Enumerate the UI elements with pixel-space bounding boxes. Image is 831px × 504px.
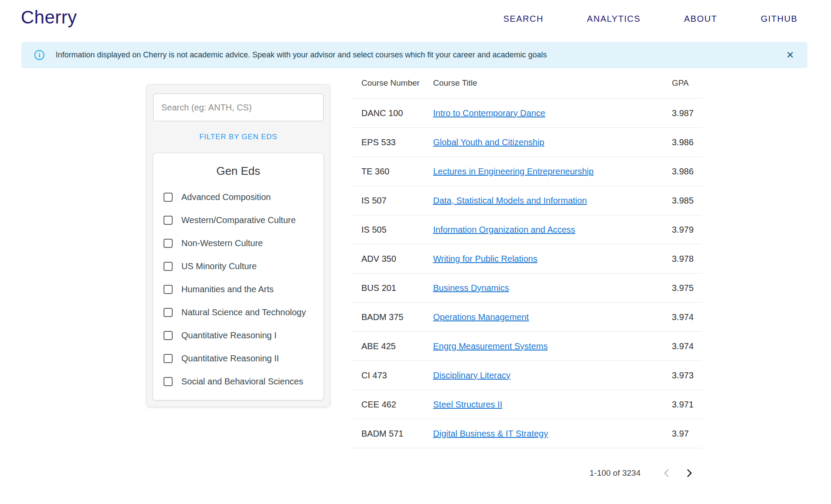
course-gpa-cell: 3.973 [672, 370, 702, 381]
close-icon: ✕ [786, 50, 794, 61]
course-number-cell: IS 507 [361, 196, 433, 206]
course-title-link[interactable]: Writing for Public Relations [433, 254, 537, 264]
course-gpa-cell: 3.985 [672, 196, 702, 206]
table-row: BUS 201 Business Dynamics 3.975 [351, 274, 702, 303]
gen-ed-option[interactable]: Western/Comparative Culture [153, 209, 324, 232]
info-icon: i [34, 50, 44, 60]
course-number-cell: BADM 571 [361, 429, 433, 439]
gen-eds-title: Gen Eds [153, 164, 324, 178]
pagination-range-label: 1-100 of 3234 [590, 468, 641, 478]
table-row: ADV 350 Writing for Public Relations 3.9… [351, 244, 702, 274]
checkbox-icon[interactable] [164, 262, 173, 271]
chevron-right-icon [684, 467, 695, 479]
gen-ed-option[interactable]: Advanced Composition [153, 186, 324, 209]
gen-ed-option[interactable]: Humanities and the Arts [153, 278, 324, 301]
gen-ed-option[interactable]: Social and Behavioral Sciences [153, 370, 324, 393]
gen-ed-label: Advanced Composition [181, 192, 271, 202]
course-title-link[interactable]: Business Dynamics [433, 283, 509, 293]
gen-ed-label: Natural Science and Technology [181, 307, 306, 317]
course-number-cell: TE 360 [361, 167, 433, 177]
header: Cherry SEARCH ANALYTICS ABOUT GITHUB [0, 0, 831, 37]
table-row: IS 505 Information Organization and Acce… [351, 215, 702, 244]
pagination-bar: 1-100 of 3234 [351, 462, 702, 484]
gen-ed-label: Humanities and the Arts [181, 284, 274, 294]
table-row: BADM 375 Operations Management 3.974 [351, 303, 702, 332]
filter-panel: FILTER BY GEN EDS Gen Eds Advanced Compo… [147, 84, 330, 407]
course-gpa-cell: 3.986 [672, 167, 702, 177]
table-row: ABE 425 Engrg Measurement Systems 3.974 [351, 332, 702, 361]
table-row: CEE 462 Steel Structures II 3.971 [351, 390, 702, 419]
course-title-link[interactable]: Digital Business & IT Strategy [433, 429, 548, 438]
app-logo[interactable]: Cherry [21, 7, 77, 28]
course-number-cell: CI 473 [361, 370, 433, 381]
course-gpa-cell: 3.97 [672, 429, 702, 439]
course-number-cell: DANC 100 [361, 108, 433, 118]
nav-link-search[interactable]: SEARCH [504, 14, 544, 24]
course-title-link[interactable]: Engrg Measurement Systems [433, 341, 547, 351]
nav-link-analytics[interactable]: ANALYTICS [587, 14, 641, 24]
table-row: IS 507 Data, Statistical Models and Info… [351, 186, 702, 215]
course-number-cell: IS 505 [361, 225, 433, 235]
checkbox-icon[interactable] [164, 331, 173, 340]
table-row: ADV 492 Media Entrepreneurship 3.97 [351, 448, 702, 458]
course-gpa-cell: 3.975 [672, 283, 702, 293]
pagination-prev-button[interactable] [657, 464, 676, 483]
checkbox-icon[interactable] [164, 216, 173, 225]
table-row: DANC 100 Intro to Contemporary Dance 3.9… [351, 99, 702, 128]
course-title-link[interactable]: Steel Structures II [433, 400, 502, 409]
course-gpa-cell: 3.97 [672, 458, 702, 458]
course-number-cell: ABE 425 [361, 341, 433, 351]
nav-link-github[interactable]: GITHUB [761, 14, 798, 24]
table-header-row: Course Number Course Title GPA [351, 68, 702, 99]
gen-ed-option[interactable]: US Minority Culture [153, 255, 324, 278]
gen-ed-option[interactable]: Quantitative Reasoning II [153, 347, 324, 370]
gen-ed-option[interactable]: Natural Science and Technology [153, 301, 324, 324]
course-gpa-cell: 3.987 [672, 108, 702, 118]
course-title-link[interactable]: Global Youth and Citizenship [433, 137, 544, 147]
course-title-link[interactable]: Operations Management [433, 312, 529, 322]
course-title-link[interactable]: Data, Statistical Models and Information [433, 196, 587, 205]
checkbox-icon[interactable] [164, 193, 173, 202]
top-nav: SEARCH ANALYTICS ABOUT GITHUB [504, 0, 798, 37]
course-gpa-cell: 3.974 [672, 312, 702, 322]
course-number-cell: CEE 462 [361, 400, 433, 410]
gen-ed-option[interactable]: Quantitative Reasoning I [153, 324, 324, 347]
course-number-cell: ADV 350 [361, 254, 433, 264]
gen-ed-option[interactable]: Non-Western Culture [153, 232, 324, 255]
gen-ed-label: Western/Comparative Culture [181, 215, 296, 225]
checkbox-icon[interactable] [164, 377, 173, 386]
checkbox-icon[interactable] [164, 285, 173, 294]
banner-close-button[interactable]: ✕ [782, 47, 798, 63]
course-number-cell: EPS 533 [361, 137, 433, 147]
course-title-link[interactable]: Media Entrepreneurship [433, 458, 526, 458]
column-header-course-number: Course Number [361, 78, 433, 88]
checkbox-icon[interactable] [164, 239, 173, 248]
checkbox-icon[interactable] [164, 354, 173, 363]
pagination-next-button[interactable] [680, 464, 699, 483]
course-gpa-cell: 3.974 [672, 341, 702, 351]
course-title-link[interactable]: Lectures in Engineering Entrepreneurship [433, 167, 594, 176]
course-title-link[interactable]: Intro to Contemporary Dance [433, 108, 545, 118]
course-gpa-cell: 3.979 [672, 225, 702, 235]
gen-eds-card: Gen Eds Advanced Composition Western/Com… [153, 153, 324, 401]
column-header-gpa: GPA [672, 78, 702, 88]
filter-by-gen-eds-link[interactable]: FILTER BY GEN EDS [147, 133, 330, 141]
gen-eds-list: Advanced Composition Western/Comparative… [153, 186, 324, 393]
table-body: DANC 100 Intro to Contemporary Dance 3.9… [351, 99, 702, 458]
checkbox-icon[interactable] [164, 308, 173, 317]
page: Cherry SEARCH ANALYTICS ABOUT GITHUB i I… [0, 0, 831, 504]
course-gpa-cell: 3.978 [672, 254, 702, 264]
gen-ed-label: Non-Western Culture [181, 238, 263, 248]
info-banner: i Information displayed on Cherry is not… [21, 42, 808, 68]
course-title-link[interactable]: Disciplinary Literacy [433, 370, 511, 380]
gen-ed-label: Social and Behavioral Sciences [181, 377, 303, 387]
course-gpa-cell: 3.971 [672, 400, 702, 410]
chevron-left-icon [661, 467, 672, 479]
nav-link-about[interactable]: ABOUT [684, 14, 717, 24]
course-number-cell: BUS 201 [361, 283, 433, 293]
table-row: EPS 533 Global Youth and Citizenship 3.9… [351, 128, 702, 157]
gen-ed-label: US Minority Culture [181, 261, 257, 271]
table-row: BADM 571 Digital Business & IT Strategy … [351, 419, 702, 448]
course-title-link[interactable]: Information Organization and Access [433, 225, 575, 234]
search-input[interactable] [153, 93, 324, 121]
